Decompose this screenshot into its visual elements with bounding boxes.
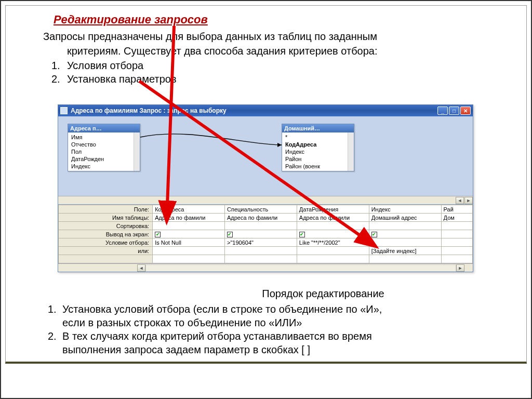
grid-cell[interactable] xyxy=(441,255,472,263)
grid-cell[interactable] xyxy=(369,238,441,247)
grid-cell-show[interactable]: ✔ xyxy=(297,230,369,238)
table-box-left-title[interactable]: Адреса п… xyxy=(68,124,140,132)
grid-cell[interactable]: Адреса по фамили xyxy=(224,214,297,222)
row-show: Вывод на экран: ✔ ✔ ✔ ✔ xyxy=(59,230,473,238)
top-hscroll[interactable]: ◄ ► xyxy=(58,196,473,204)
scroll-track[interactable] xyxy=(145,264,456,272)
row-or: или: [Задайте индекс] xyxy=(59,247,473,255)
grid-label-show: Вывод на экран: xyxy=(59,230,153,238)
intro-item1-text: Условия отбора xyxy=(67,59,143,72)
window-titlebar[interactable]: Адреса по фамилиям Запрос : запрос на вы… xyxy=(58,105,473,116)
num-1: 1. xyxy=(51,59,62,72)
grid-label-or: или: xyxy=(59,247,153,255)
table-left-fields[interactable]: Имя Отчество Пол ДатаРожден Индекс xyxy=(68,132,134,171)
num-1: 1. xyxy=(48,302,62,316)
row-criteria: Условие отбора: Is Not Null >"190604" Li… xyxy=(59,238,473,247)
grid-cell[interactable] xyxy=(297,255,369,263)
field-item[interactable]: Индекс xyxy=(68,163,134,170)
intro-item2: 2. Установка параметров xyxy=(43,72,506,86)
field-item[interactable]: Индекс xyxy=(282,148,348,155)
table-right-caption: Домашний… xyxy=(284,125,320,131)
table-right-fields[interactable]: * КодАдреса Индекс Район Район (военк xyxy=(282,132,348,171)
checkbox-icon[interactable]: ✔ xyxy=(155,232,161,237)
row-empty xyxy=(59,255,473,263)
grid-cell-show[interactable]: ✔ xyxy=(153,230,225,238)
checkbox-icon[interactable]: ✔ xyxy=(371,232,377,237)
num-2: 2. xyxy=(51,72,62,86)
grid-cell[interactable] xyxy=(297,247,369,255)
grid-cell[interactable]: Is Not Null xyxy=(153,238,225,247)
grid-cell[interactable] xyxy=(224,247,297,255)
checkbox-icon[interactable]: ✔ xyxy=(299,232,305,237)
grid-cell[interactable] xyxy=(441,222,472,230)
grid-cell[interactable]: Индекс xyxy=(369,205,441,214)
grid-cell[interactable]: ДатаРождения xyxy=(297,205,369,214)
grid-cell-show[interactable]: ✔ xyxy=(369,230,441,238)
grid-cell[interactable]: Домашний адрес xyxy=(369,214,441,222)
grid-label-criteria: Условие отбора: xyxy=(59,238,153,247)
scrollbar[interactable] xyxy=(348,132,354,171)
minimize-button[interactable]: _ xyxy=(437,107,448,115)
field-item[interactable]: ДатаРожден xyxy=(68,155,134,163)
checkbox-icon[interactable]: ✔ xyxy=(227,232,233,237)
scroll-left-icon[interactable]: ◄ xyxy=(137,264,145,272)
field-item[interactable]: Район xyxy=(282,155,348,163)
field-item[interactable]: * xyxy=(282,134,348,141)
footer-item1: 1. Установка условий отбора (если в стро… xyxy=(32,302,510,316)
grid-cell[interactable] xyxy=(153,222,225,230)
grid-cell[interactable] xyxy=(441,247,472,255)
window-icon xyxy=(60,107,68,114)
grid-cell[interactable] xyxy=(369,222,441,230)
bottom-hscroll[interactable]: ◄ ► xyxy=(58,263,473,272)
intro-text: Запросы предназначены для выбора данных … xyxy=(6,30,526,86)
grid-cell[interactable]: Специальность xyxy=(224,205,297,214)
query-designer-top: Адреса п… Имя Отчество Пол ДатаРожден Ин… xyxy=(58,116,473,205)
query-window-screenshot: Адреса по фамилиям Запрос : запрос на вы… xyxy=(58,104,473,272)
field-item[interactable]: Отчество xyxy=(68,141,134,148)
intro-p1: Запросы предназначены для выбора данных … xyxy=(43,30,506,43)
grid-label-empty xyxy=(59,255,153,263)
window-title: Адреса по фамилиям Запрос : запрос на вы… xyxy=(71,107,227,114)
grid-cell-show[interactable]: ✔ xyxy=(224,230,297,238)
grid-cell[interactable]: Адреса по фамили xyxy=(297,214,369,222)
grid-cell[interactable]: Адреса по фамили xyxy=(153,214,225,222)
scroll-right-icon[interactable]: ► xyxy=(464,197,473,204)
table-box-right-title[interactable]: Домашний… xyxy=(282,124,354,132)
grid-cell[interactable]: Like "**/**/2002" xyxy=(297,238,369,247)
grid-cell[interactable] xyxy=(153,255,225,263)
grid-cell[interactable]: Рай xyxy=(441,205,472,214)
table-box-right[interactable]: Домашний… * КодАдреса Индекс Район Район… xyxy=(282,124,354,171)
field-item[interactable]: Район (военк xyxy=(282,163,348,170)
slide-heading: Редактирование запросов xyxy=(6,6,526,30)
num-2: 2. xyxy=(48,329,62,343)
scrollbar[interactable] xyxy=(134,132,140,171)
footer-subtitle: Порядок редактирование xyxy=(32,287,510,300)
grid-cell[interactable] xyxy=(441,238,472,247)
scroll-left-icon[interactable]: ◄ xyxy=(456,197,464,204)
footer-item2: 2. В тех случаях когда критерий отбора у… xyxy=(32,329,510,343)
grid-cell[interactable] xyxy=(224,255,297,263)
grid-cell[interactable] xyxy=(297,222,369,230)
maximize-button[interactable]: □ xyxy=(449,107,459,115)
scroll-right-icon[interactable]: ► xyxy=(456,264,464,272)
intro-item1: 1. Условия отбора xyxy=(43,59,506,72)
field-item[interactable]: Пол xyxy=(68,148,134,155)
row-field: Поле: КодАдреса Специальность ДатаРожден… xyxy=(59,205,473,214)
grid-cell[interactable] xyxy=(369,255,441,263)
grid-cell[interactable]: Дом xyxy=(441,214,472,222)
grid-cell[interactable] xyxy=(153,247,225,255)
grid-cell[interactable]: КодАдреса xyxy=(153,205,225,214)
close-button[interactable]: ✕ xyxy=(460,107,471,115)
intro-item2-text: Установка параметров xyxy=(67,72,177,86)
query-grid[interactable]: Поле: КодАдреса Специальность ДатаРожден… xyxy=(58,205,473,272)
field-item[interactable]: Имя xyxy=(68,134,134,141)
svg-marker-0 xyxy=(277,143,282,147)
grid-cell[interactable]: [Задайте индекс] xyxy=(369,247,441,255)
grid-cell-show[interactable] xyxy=(441,230,472,238)
field-item[interactable]: КодАдреса xyxy=(282,141,348,148)
grid-cell[interactable]: >"190604" xyxy=(224,238,297,247)
grid-cell[interactable] xyxy=(224,222,297,230)
table-left-caption: Адреса п… xyxy=(70,125,102,131)
table-box-left[interactable]: Адреса п… Имя Отчество Пол ДатаРожден Ин… xyxy=(68,124,140,171)
footer-item2b: выполнения запроса задаем параметр в ско… xyxy=(32,343,510,356)
